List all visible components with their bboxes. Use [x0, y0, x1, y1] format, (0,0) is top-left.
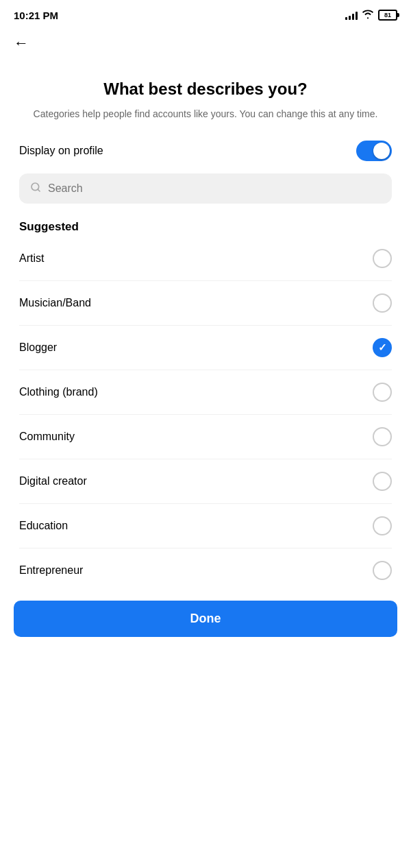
category-name: Blogger: [19, 341, 57, 354]
category-item[interactable]: Clothing (brand): [19, 370, 392, 415]
suggested-label: Suggested: [19, 220, 392, 234]
radio-circle[interactable]: [373, 383, 392, 402]
status-icons: 81: [345, 10, 397, 21]
category-name: Education: [19, 520, 68, 532]
category-item[interactable]: Blogger: [19, 326, 392, 370]
display-on-profile-row: Display on profile: [19, 141, 392, 161]
category-item[interactable]: Musician/Band: [19, 281, 392, 326]
category-name: Artist: [19, 252, 44, 265]
category-item[interactable]: Community: [19, 415, 392, 459]
page-subtitle: Categories help people find accounts lik…: [19, 107, 392, 121]
display-on-profile-label: Display on profile: [19, 145, 103, 157]
back-arrow-icon: ←: [14, 34, 29, 51]
search-input[interactable]: [48, 182, 381, 195]
page-title: What best describes you?: [19, 80, 392, 99]
radio-circle[interactable]: [373, 516, 392, 535]
category-list: ArtistMusician/BandBloggerClothing (bran…: [19, 237, 392, 592]
wifi-icon: [362, 10, 374, 21]
back-button[interactable]: ←: [0, 27, 411, 59]
search-box[interactable]: [19, 173, 392, 204]
done-button[interactable]: Done: [14, 601, 397, 637]
main-content: What best describes you? Categories help…: [0, 59, 411, 592]
search-icon: [30, 182, 41, 195]
status-bar: 10:21 PM 81: [0, 0, 411, 27]
radio-circle[interactable]: [373, 427, 392, 446]
display-on-profile-toggle[interactable]: [356, 141, 392, 161]
category-name: Musician/Band: [19, 297, 91, 309]
radio-circle[interactable]: [373, 472, 392, 491]
done-button-wrapper: Done: [0, 592, 411, 651]
category-item[interactable]: Entrepreneur: [19, 548, 392, 592]
radio-circle[interactable]: [373, 293, 392, 313]
radio-circle[interactable]: [373, 249, 392, 268]
category-name: Clothing (brand): [19, 386, 98, 398]
category-item[interactable]: Education: [19, 504, 392, 548]
category-item[interactable]: Artist: [19, 237, 392, 281]
signal-icon: [345, 10, 358, 20]
svg-line-1: [38, 189, 40, 191]
status-time: 10:21 PM: [14, 10, 58, 21]
radio-circle[interactable]: [373, 561, 392, 580]
radio-circle[interactable]: [373, 338, 392, 357]
category-name: Community: [19, 431, 75, 443]
category-item[interactable]: Digital creator: [19, 459, 392, 504]
category-name: Entrepreneur: [19, 564, 83, 577]
battery-icon: 81: [378, 10, 397, 21]
category-name: Digital creator: [19, 475, 87, 487]
